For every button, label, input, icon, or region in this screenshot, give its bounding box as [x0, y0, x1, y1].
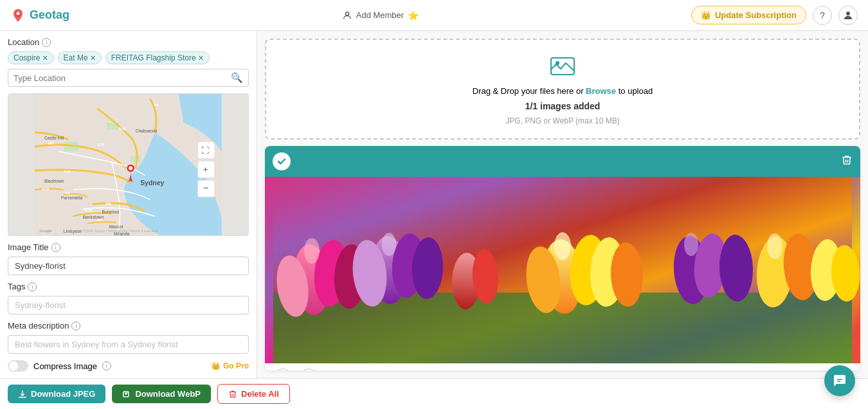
avatar-button[interactable]: [838, 6, 858, 25]
meta-description-label: Meta description i: [8, 321, 249, 331]
header-right: 👑 Update Subscription ?: [691, 6, 858, 25]
download-jpeg-button[interactable]: Download JPEG: [8, 385, 105, 403]
compress-row: Compress Image i 👑 Go Pro: [8, 360, 249, 372]
download-image-button[interactable]: [273, 368, 293, 370]
star-icon: ⭐: [408, 10, 419, 21]
chat-icon: [832, 373, 847, 388]
header-center: Add Member ⭐: [342, 10, 419, 21]
svg-text:A1: A1: [97, 218, 102, 222]
update-subscription-button[interactable]: 👑 Update Subscription: [691, 6, 806, 24]
right-panel: Drag & Drop your files here or Browse to…: [257, 31, 868, 378]
tag-eatme: Eat Me ×: [58, 51, 102, 64]
tag-freitag-remove[interactable]: ×: [199, 53, 204, 62]
chat-fab[interactable]: [824, 365, 855, 396]
help-button[interactable]: ?: [813, 6, 832, 25]
meta-description-input[interactable]: [8, 335, 249, 354]
download-webp-icon: [122, 390, 131, 399]
svg-text:A28: A28: [97, 143, 105, 147]
download-jpeg-icon: [18, 390, 27, 399]
svg-text:Burwood: Burwood: [102, 210, 119, 214]
flower-illustration: [265, 177, 860, 363]
svg-text:A29: A29: [42, 187, 50, 191]
tags-section: Tags i: [8, 282, 249, 314]
svg-point-29: [129, 167, 132, 170]
map-svg: Castle Hill Blacktown Parramatta Banksto…: [8, 94, 248, 235]
tag-cospire: Cospire ×: [8, 51, 54, 64]
crown-icon: 👑: [701, 10, 711, 20]
svg-text:−: −: [203, 183, 209, 193]
meta-description-info-icon[interactable]: i: [71, 322, 80, 331]
crown-icon: 👑: [211, 361, 221, 370]
logo-text: Geotag: [30, 8, 69, 22]
svg-point-64: [304, 238, 320, 264]
upload-text-row: Drag & Drop your files here or Browse to…: [473, 86, 653, 96]
svg-text:A40: A40: [64, 170, 71, 174]
download-webp-button[interactable]: Download WebP: [112, 385, 211, 403]
tags-label: Tags i: [8, 282, 249, 291]
tags-info-icon[interactable]: i: [28, 282, 37, 291]
go-pro-button[interactable]: 👑 Go Pro: [211, 361, 249, 370]
upload-count: 1/1 images added: [525, 101, 601, 111]
compress-toggle[interactable]: [8, 360, 28, 372]
check-icon: [273, 152, 291, 170]
svg-text:Chatswood: Chatswood: [136, 129, 158, 133]
image-card: [265, 146, 860, 370]
trash-icon: [841, 154, 853, 166]
svg-text:A34: A34: [85, 208, 93, 212]
header: Geotag Add Member ⭐ 👑 Update Subscriptio…: [0, 0, 868, 31]
svg-rect-7: [131, 156, 140, 162]
image-title-label: Image Title i: [8, 242, 249, 252]
left-panel: Location i Cospire × Eat Me × FREITAG Fl…: [0, 31, 257, 378]
svg-text:Castle Hill: Castle Hill: [44, 136, 64, 140]
add-member-button[interactable]: Add Member ⭐: [342, 10, 419, 21]
image-card-header: [265, 146, 860, 177]
checkmark-icon: [276, 156, 287, 167]
compress-info-icon[interactable]: i: [102, 361, 111, 370]
upload-hint: JPG, PNG or WebP (max 10 MB): [505, 116, 620, 125]
delete-image-button[interactable]: [841, 154, 853, 169]
upload-icon: [550, 53, 575, 81]
svg-text:Blacktown: Blacktown: [44, 179, 64, 183]
upload-browse-link[interactable]: Browse: [586, 86, 616, 96]
svg-point-2: [345, 12, 348, 15]
logo-icon: [10, 8, 26, 23]
search-icon[interactable]: 🔍: [231, 72, 243, 84]
svg-point-1: [17, 12, 20, 15]
tag-eatme-remove[interactable]: ×: [91, 53, 96, 62]
svg-text:Sydney: Sydney: [140, 179, 164, 186]
svg-point-39: [556, 61, 559, 65]
location-section: Location i Cospire × Eat Me × FREITAG Fl…: [8, 37, 249, 87]
avatar-icon: [842, 10, 854, 21]
delete-all-button[interactable]: Delete All: [217, 384, 290, 404]
flower-image: [265, 177, 860, 363]
tags-input[interactable]: [8, 296, 249, 314]
location-info-icon[interactable]: i: [42, 38, 51, 47]
logo: Geotag: [10, 8, 69, 23]
svg-point-68: [767, 233, 782, 259]
map-container[interactable]: Castle Hill Blacktown Parramatta Banksto…: [8, 93, 249, 236]
upload-area[interactable]: Drag & Drop your files here or Browse to…: [265, 39, 860, 140]
svg-text:⛶: ⛶: [201, 146, 209, 155]
svg-text:Parramatta: Parramatta: [61, 195, 82, 200]
image-title-info-icon[interactable]: i: [51, 243, 60, 252]
svg-text:Map data ©2022 Google | Terms : Map data ©2022 Google | Terms of Use | R…: [68, 229, 158, 233]
svg-point-65: [382, 233, 396, 256]
file-action-button[interactable]: [298, 368, 319, 370]
image-upload-icon: [550, 53, 575, 76]
svg-text:M8: M8: [105, 202, 111, 206]
svg-point-66: [554, 232, 571, 260]
upload-suffix: to upload: [619, 86, 653, 96]
image-title-input[interactable]: [8, 257, 249, 275]
main: Location i Cospire × Eat Me × FREITAG Fl…: [0, 31, 868, 378]
svg-text:M7: M7: [48, 141, 54, 145]
svg-point-67: [684, 233, 698, 256]
upload-text: Drag & Drop your files here or: [473, 86, 584, 96]
location-input[interactable]: [14, 73, 231, 83]
tag-cospire-remove[interactable]: ×: [42, 53, 48, 62]
meta-description-section: Meta description i: [8, 321, 249, 354]
svg-text:A38: A38: [119, 127, 127, 131]
svg-text:+: +: [203, 165, 208, 174]
person-icon: [342, 10, 352, 21]
tag-freitag: FREITAG Flagship Store ×: [105, 51, 210, 64]
location-label: Location i: [8, 37, 249, 47]
